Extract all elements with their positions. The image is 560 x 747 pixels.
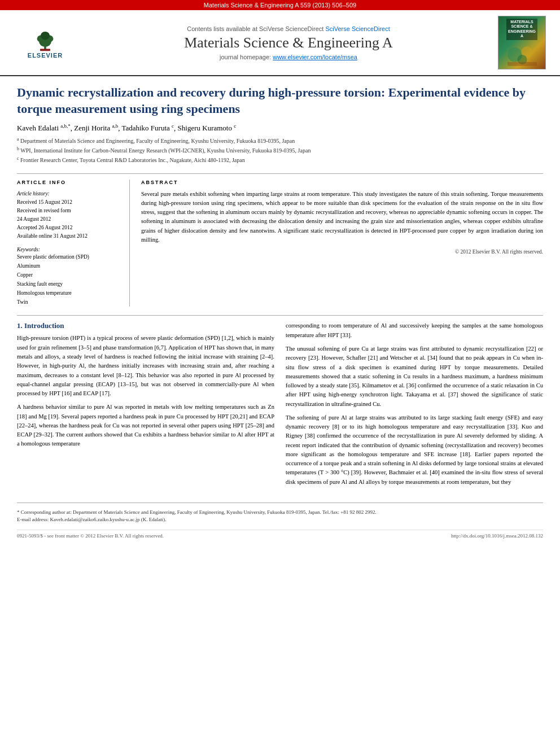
svg-point-4 — [41, 32, 50, 40]
sciverse-link[interactable]: SciVerse ScienceDirect — [325, 25, 390, 32]
svg-rect-10 — [508, 62, 537, 65]
keyword-6: Twin — [17, 298, 121, 307]
homepage-label: journal homepage: — [220, 54, 271, 60]
right-paragraph-1: corresponding to room temperature of Al … — [286, 321, 543, 340]
keyword-5: Homologous temperature — [17, 289, 121, 298]
received-date: Received 15 August 2012 — [17, 198, 121, 207]
keywords-label: Keywords: — [17, 247, 121, 252]
abstract-header: ABSTRACT — [141, 180, 543, 185]
copyright-line: © 2012 Elsevier B.V. All rights reserved… — [141, 249, 543, 255]
keyword-list: Severe plastic deformation (SPD) Aluminu… — [17, 252, 121, 307]
footnote-left: * Corresponding author at: Department of… — [17, 509, 543, 524]
journal-title: Materials Science & Engineering A — [85, 34, 492, 51]
article-info-header: ARTICLE INFO — [17, 180, 121, 185]
journal-cover-area: MATERIALS SCIENCE & ENGINEERING A — [498, 16, 549, 69]
elsevier-emblem — [34, 27, 56, 52]
abstract-text: Several pure metals exhibit softening wh… — [141, 190, 543, 245]
affiliation-c: c Frontier Research Center, Toyota Centr… — [17, 155, 543, 164]
article-history: Article history: Received 15 August 2012… — [17, 190, 121, 241]
page-header: ELSEVIER Contents lists available at Sci… — [0, 10, 560, 76]
right-paragraph-3: The softening of pure Al at large strain… — [286, 413, 543, 487]
article-info-column: ARTICLE INFO Article history: Received 1… — [17, 180, 130, 307]
affiliation-a: a Department of Materials Science and En… — [17, 136, 543, 145]
cover-illustration — [502, 40, 542, 67]
journal-homepage-line: journal homepage: www.elsevier.com/locat… — [85, 54, 492, 60]
contents-available-line: Contents lists available at SciVerse Sci… — [85, 25, 492, 32]
header-divider — [17, 173, 543, 174]
doi-text: http://dx.doi.org/10.1016/j.msea.2012.08… — [451, 533, 543, 539]
abstract-column: ABSTRACT Several pure metals exhibit sof… — [141, 180, 543, 307]
elsevier-tree-icon — [34, 27, 56, 52]
right-paragraph-2: The unusual softening of pure Cu at larg… — [286, 344, 543, 409]
authors-text: Kaveh Edalati a,b,*, Zenji Horita a,b, T… — [17, 124, 236, 132]
elsevier-wordmark: ELSEVIER — [28, 52, 63, 59]
intro-heading: 1. Introduction — [17, 321, 274, 330]
svg-rect-5 — [40, 49, 50, 51]
available-online: Available online 31 August 2012 — [17, 232, 121, 241]
authors-line: Kaveh Edalati a,b,*, Zenji Horita a,b, T… — [17, 123, 543, 132]
journal-bar: Materials Science & Engineering A 559 (2… — [0, 0, 560, 10]
keyword-3: Copper — [17, 270, 121, 279]
corresponding-author-label: * Corresponding author at: Department of… — [17, 509, 543, 517]
intro-paragraph-1: High-pressure torsion (HPT) is a typical… — [17, 334, 274, 398]
keyword-2: Aluminum — [17, 261, 121, 270]
body-right-column: corresponding to room temperature of Al … — [286, 321, 543, 491]
received-revised-label: Received in revised form — [17, 207, 121, 215]
publisher-logo-area: ELSEVIER — [11, 27, 79, 59]
keyword-4: Stacking fault energy — [17, 279, 121, 289]
page-footer: * Corresponding author at: Department of… — [17, 503, 543, 524]
contents-text: Contents lists available at SciVerse Sci… — [187, 25, 323, 32]
body-left-column: 1. Introduction High-pressure torsion (H… — [17, 321, 274, 491]
history-label: Article history: — [17, 190, 121, 198]
accepted-date: Accepted 26 August 2012 — [17, 224, 121, 232]
footer-bottom: 0921-5093/$ - see front matter © 2012 El… — [17, 530, 543, 539]
affiliations-section: a Department of Materials Science and En… — [17, 136, 543, 165]
main-content: Dynamic recrystallization and recovery d… — [0, 76, 560, 547]
affiliation-b: b WPI, International Institute for Carbo… — [17, 146, 543, 155]
body-divider — [17, 315, 543, 316]
info-abstract-section: ARTICLE INFO Article history: Received 1… — [17, 180, 543, 307]
issn-text: 0921-5093/$ - see front matter © 2012 El… — [17, 533, 164, 539]
email-line: E-mail address: Kaveh.edalati@zaiko6.zai… — [17, 516, 543, 524]
article-title: Dynamic recrystallization and recovery d… — [17, 85, 543, 117]
journal-bar-text: Materials Science & Engineering A 559 (2… — [204, 2, 356, 8]
journal-cover-text: MATERIALS SCIENCE & ENGINEERING A — [506, 19, 537, 40]
received-revised-date: 24 August 2012 — [17, 215, 121, 224]
homepage-url[interactable]: www.elsevier.com/locate/msea — [273, 54, 357, 60]
keywords-section: Keywords: Severe plastic deformation (SP… — [17, 247, 121, 307]
journal-header-center: Contents lists available at SciVerse Sci… — [85, 25, 492, 60]
journal-cover-image: MATERIALS SCIENCE & ENGINEERING A — [498, 16, 546, 69]
intro-paragraph-2: A hardness behavior similar to pure Al w… — [17, 403, 274, 448]
body-section: 1. Introduction High-pressure torsion (H… — [17, 321, 543, 491]
keyword-1: Severe plastic deformation (SPD) — [17, 252, 121, 261]
